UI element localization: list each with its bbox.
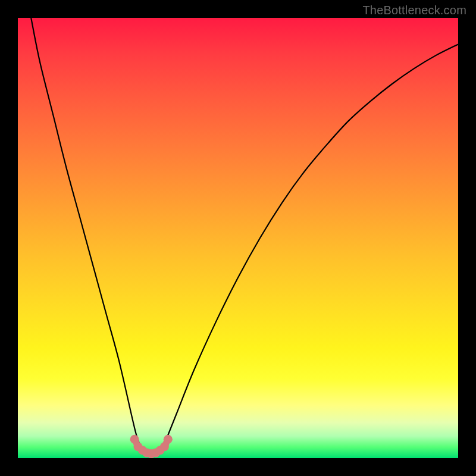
bottleneck-curve-path: [31, 18, 458, 454]
watermark-text: TheBottleneck.com: [362, 4, 466, 17]
chart-plot-area: [18, 18, 458, 458]
curve-series: [31, 18, 458, 454]
bottom-marker: [130, 435, 173, 458]
chart-svg: [18, 18, 458, 458]
chart-frame: TheBottleneck.com: [0, 0, 476, 476]
bottom-marker-dot: [164, 435, 173, 444]
